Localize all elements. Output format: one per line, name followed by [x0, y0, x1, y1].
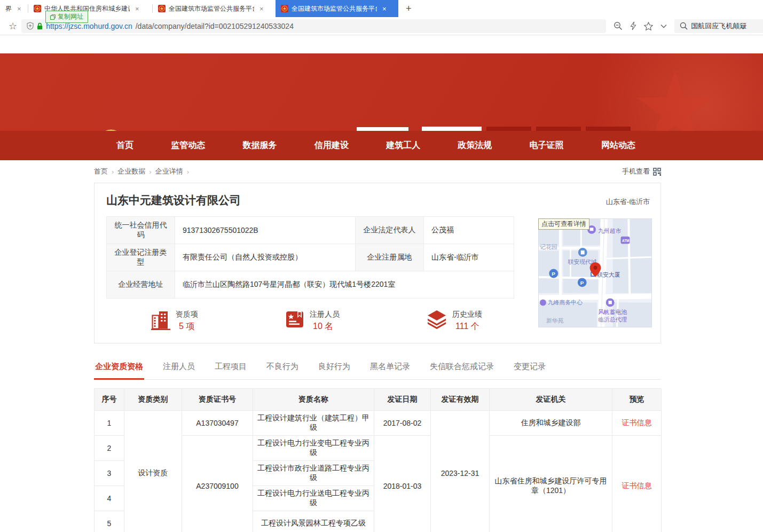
- header-qr-code: [357, 127, 408, 131]
- nav-item-license[interactable]: 电子证照: [530, 140, 564, 151]
- search-tab-project[interactable]: 建设项目: [536, 127, 581, 131]
- address-value: 临沂市兰山区陶然路107号星河晶都（联安）现代城1号楼2201室: [175, 271, 514, 299]
- map-label-garden: 记花园: [540, 244, 557, 250]
- qr-mini-icon: [653, 168, 661, 176]
- authority-cell: 住房和城乡建设部: [490, 411, 612, 436]
- page-content: 首页 › 企业数据 › 企业详情 › 手机查看 山东中元建筑设计有限公司 山东省…: [94, 160, 661, 532]
- quick-search-box[interactable]: 国航回应飞机颠簸: [674, 19, 763, 33]
- search-tab-personnel[interactable]: 从业人员: [486, 127, 531, 131]
- tab-close-icon[interactable]: ×: [382, 5, 387, 13]
- breadcrumb-home[interactable]: 首页: [94, 167, 108, 176]
- credit-code-label: 统一社会信用代码: [107, 217, 175, 244]
- emblem-favicon-icon: [281, 5, 288, 12]
- tab-registered-personnel[interactable]: 注册人员: [162, 356, 196, 379]
- legal-rep-value: 公茂福: [424, 217, 514, 244]
- lightning-icon[interactable]: [630, 21, 636, 30]
- detail-tabs: 企业资质资格 注册人员 工程项目 不良行为 良好行为 黑名单记录 失信联合惩戒记…: [94, 356, 661, 380]
- stat-qualifications: 资质项 5 项: [151, 310, 198, 332]
- table-header-row: 序号 资质类别 资质证书号 资质名称 发证日期 发证有效期 发证机关 预览: [95, 389, 662, 411]
- address-bar[interactable]: https://jzsc.mohurd.gov.cn/data/company/…: [21, 19, 606, 33]
- tab-changes[interactable]: 变更记录: [513, 356, 547, 379]
- table-row: 1 设计资质 A137030497 工程设计建筑行业（建筑工程）甲级 2017-…: [95, 411, 662, 436]
- search-icon: [680, 22, 688, 30]
- qual-name-cell: 工程设计市政行业道路工程专业丙级: [253, 461, 374, 486]
- bookmark-star-icon[interactable]: ☆: [4, 20, 21, 32]
- nav-item-news[interactable]: 网站动态: [601, 140, 635, 151]
- qual-name-cell: 工程设计建筑行业（建筑工程）甲级: [253, 411, 374, 436]
- nav-item-home[interactable]: 首页: [116, 140, 133, 151]
- seq-cell: 5: [95, 511, 124, 532]
- map-label-battery-1: 风帆蓄电池: [598, 309, 627, 315]
- tab-qualifications[interactable]: 企业资质资格: [94, 356, 144, 380]
- main-nav: 首页 监管动态 数据服务 信用建设 建筑工人 政策法规 电子证照 网站动态: [0, 131, 763, 160]
- search-tab-credit[interactable]: 诚信记录: [586, 127, 631, 131]
- map-tooltip: 点击可查看详情: [538, 218, 589, 230]
- site-header: 中华人民共和国住房和城乡建设部 www.mohurd.gov.cn 全国建筑市场…: [0, 53, 763, 131]
- nav-item-supervision[interactable]: 监管动态: [171, 140, 205, 151]
- copy-url-tooltip: 复制网址: [45, 11, 88, 23]
- breadcrumb: 首页 › 企业数据 › 企业详情 ›: [94, 167, 189, 176]
- stat-value: 5 项: [179, 321, 198, 332]
- nav-item-policy[interactable]: 政策法规: [458, 140, 492, 151]
- browser-tab-bar: 界 × 中华人民共和国住房和城乡建设 × 全国建筑市场监管公共服务平台 × 全国…: [0, 0, 763, 17]
- breadcrumb-company-data[interactable]: 企业数据: [117, 167, 145, 176]
- new-tab-button[interactable]: +: [398, 0, 419, 17]
- id-book-icon: [285, 310, 304, 329]
- stat-label: 资质项: [176, 310, 198, 319]
- nav-item-data-service[interactable]: 数据服务: [243, 140, 277, 151]
- url-path: /data/company/detail?id=0021052912405330…: [136, 22, 294, 30]
- tab-dishonesty[interactable]: 失信联合惩戒记录: [429, 356, 495, 379]
- tab-blacklist[interactable]: 黑名单记录: [369, 356, 411, 379]
- browser-tab-2[interactable]: 全国建筑市场监管公共服务平台 ×: [153, 0, 276, 17]
- tab-close-icon[interactable]: ×: [17, 5, 21, 13]
- map-canvas: 九州超市 ATM 记花园 联安现代城 联安大厦 P P 九峰商务中心 风帆蓄电池…: [538, 218, 652, 327]
- favorite-star-icon[interactable]: [644, 22, 653, 30]
- cert-no-cell: A237009100: [182, 436, 253, 532]
- chevron-down-icon[interactable]: [660, 24, 667, 28]
- stat-registered-personnel: 注册人员 10 名: [285, 310, 340, 332]
- qual-name-cell: 工程设计电力行业变电工程专业丙级: [253, 436, 374, 461]
- qr-code-icon: [359, 130, 406, 131]
- qualification-table: 序号 资质类别 资质证书号 资质名称 发证日期 发证有效期 发证机关 预览 1 …: [94, 388, 662, 532]
- map-label-atm: ATM: [622, 239, 629, 242]
- company-name: 山东中元建筑设计有限公司: [106, 193, 241, 208]
- nav-item-workers[interactable]: 建筑工人: [386, 140, 420, 151]
- legal-rep-label: 企业法定代表人: [356, 217, 424, 244]
- issue-date-cell: 2017-08-02: [374, 411, 431, 436]
- reg-region-label: 企业注册属地: [356, 244, 424, 271]
- search-tab-enterprise[interactable]: 建设工程企业: [422, 127, 482, 131]
- mobile-view-button[interactable]: 手机查看: [622, 167, 661, 176]
- shield-icon[interactable]: [27, 22, 34, 30]
- tab-projects[interactable]: 工程项目: [214, 356, 248, 379]
- validity-cell: 2023-12-31: [431, 411, 490, 532]
- company-map[interactable]: 点击可查看详情: [538, 218, 652, 327]
- seq-cell: 1: [95, 411, 124, 436]
- browser-tab-0[interactable]: 界 ×: [0, 0, 28, 17]
- seq-cell: 4: [95, 486, 124, 511]
- issue-date-cell: 2018-01-03: [374, 436, 431, 532]
- qual-name-cell: 工程设计风景园林工程专项乙级: [253, 511, 374, 532]
- tab-close-icon[interactable]: ×: [135, 5, 139, 13]
- map-label-battery-2: 临沂总代理: [598, 316, 627, 323]
- national-emblem-icon: [96, 128, 126, 131]
- certificate-info-link[interactable]: 证书信息: [622, 418, 652, 427]
- nav-item-credit[interactable]: 信用建设: [314, 140, 349, 151]
- reg-region-value: 山东省-临沂市: [424, 244, 514, 271]
- zoom-out-icon[interactable]: [613, 21, 623, 30]
- search-category-tabs: 建设工程企业 从业人员 建设项目 诚信记录: [422, 127, 661, 131]
- certificate-info-link[interactable]: 证书信息: [622, 481, 652, 490]
- stat-history-performance: 历史业绩 111 个: [427, 310, 482, 332]
- company-info-table: 统一社会信用代码 91371302675501022B 企业法定代表人 公茂福 …: [106, 216, 514, 299]
- breadcrumb-company-detail[interactable]: 企业详情: [155, 167, 183, 176]
- emblem-favicon-icon: [158, 5, 166, 12]
- tab-good-behavior[interactable]: 良好行为: [317, 356, 351, 379]
- parking-icon: P: [580, 280, 584, 286]
- cert-no-cell: A137030497: [182, 411, 253, 436]
- stat-value: 10 名: [313, 321, 340, 332]
- browser-tab-active[interactable]: 全国建筑市场监管公共服务平台 ×: [276, 0, 398, 17]
- reg-type-label: 企业登记注册类型: [107, 244, 175, 271]
- company-region: 山东省-临沂市: [606, 197, 650, 207]
- tab-bad-behavior[interactable]: 不良行为: [265, 356, 300, 379]
- tab-close-icon[interactable]: ×: [259, 5, 264, 13]
- https-lock-icon: [37, 22, 43, 30]
